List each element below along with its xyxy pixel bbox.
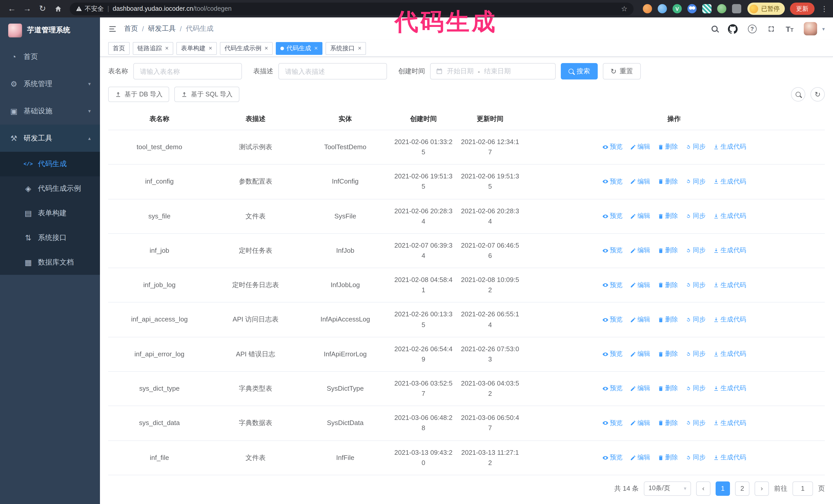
sidebar-item-codegen-example[interactable]: ◈ 代码生成示例 [0,176,100,201]
avatar-caret-icon[interactable]: ▾ [822,26,825,31]
page-button-2[interactable]: 2 [735,481,749,496]
close-icon[interactable]: × [314,45,318,52]
edit-link[interactable]: 编辑 [630,384,650,394]
search-button[interactable]: 搜索 [561,63,598,79]
breadcrumb-home[interactable]: 首页 [124,24,138,33]
delete-link[interactable]: 删除 [658,453,678,463]
extension-icon-orange[interactable] [643,4,652,13]
tab-trace[interactable]: 链路追踪 × [133,42,173,55]
date-range-picker[interactable]: 开始日期 - 结束日期 [430,63,556,79]
sidebar-item-codegen[interactable]: </> 代码生成 [0,152,100,176]
delete-link[interactable]: 删除 [658,384,678,394]
extension-icon-plant[interactable] [717,4,727,13]
extension-icon-striped[interactable] [702,4,712,13]
close-icon[interactable]: × [165,45,169,52]
delete-link[interactable]: 删除 [658,246,678,256]
preview-link[interactable]: 预览 [602,142,623,152]
sync-link[interactable]: 同步 [685,211,706,221]
sync-link[interactable]: 同步 [685,280,706,290]
delete-link[interactable]: 删除 [658,349,678,359]
sync-link[interactable]: 同步 [685,418,706,428]
preview-link[interactable]: 预览 [602,315,623,325]
generate-code-link[interactable]: 生成代码 [713,280,746,290]
page-size-select[interactable]: 10条/页 ▾ [644,481,691,496]
edit-link[interactable]: 编辑 [630,211,650,221]
generate-code-link[interactable]: 生成代码 [713,246,746,256]
sync-link[interactable]: 同步 [685,384,706,394]
sidebar-item-infrastructure[interactable]: ▣ 基础设施 ▾ [0,97,100,125]
extension-icon-droplet[interactable] [658,4,667,13]
table-name-input[interactable] [133,63,242,79]
close-icon[interactable]: × [209,45,212,52]
next-page-button[interactable]: › [755,481,769,496]
breadcrumb-dev-tools[interactable]: 研发工具 [148,24,176,33]
delete-link[interactable]: 删除 [658,142,678,152]
prev-page-button[interactable]: ‹ [696,481,711,496]
help-icon[interactable]: ? [748,24,756,33]
edit-link[interactable]: 编辑 [630,349,650,359]
generate-code-link[interactable]: 生成代码 [713,142,746,152]
edit-link[interactable]: 编辑 [630,418,650,428]
home-icon[interactable] [51,5,65,13]
sidebar-item-db-doc[interactable]: ▦ 数据库文档 [0,250,100,275]
delete-link[interactable]: 删除 [658,418,678,428]
preview-link[interactable]: 预览 [602,246,623,256]
security-warning[interactable]: 不安全 [76,4,104,13]
generate-code-link[interactable]: 生成代码 [713,418,746,428]
generate-code-link[interactable]: 生成代码 [713,453,746,463]
close-icon[interactable]: × [358,45,361,52]
tab-codegen-example[interactable]: 代码生成示例 × [220,42,273,55]
reset-button[interactable]: ↻ 重置 [603,63,641,79]
sync-link[interactable]: 同步 [685,246,706,256]
sync-link[interactable]: 同步 [685,349,706,359]
tab-form-builder[interactable]: 表单构建 × [176,42,217,55]
preview-link[interactable]: 预览 [602,211,623,221]
preview-link[interactable]: 预览 [602,349,623,359]
edit-link[interactable]: 编辑 [630,246,650,256]
extensions-puzzle-icon[interactable] [732,4,741,13]
sync-link[interactable]: 同步 [685,453,706,463]
address-bar[interactable]: 不安全 | dashboard.yudao.iocoder.cn/tool/co… [70,2,634,15]
sync-link[interactable]: 同步 [685,315,706,325]
sidebar-item-form-builder[interactable]: ▤ 表单构建 [0,201,100,225]
delete-link[interactable]: 删除 [658,315,678,325]
generate-code-link[interactable]: 生成代码 [713,315,746,325]
preview-link[interactable]: 预览 [602,384,623,394]
search-icon[interactable] [711,26,717,32]
user-avatar[interactable] [804,22,817,35]
preview-link[interactable]: 预览 [602,453,623,463]
sidebar-item-system-api[interactable]: ⇅ 系统接口 [0,225,100,250]
github-icon[interactable] [728,24,737,33]
sidebar-item-dev-tools[interactable]: ⚒ 研发工具 ▴ [0,125,100,152]
delete-link[interactable]: 删除 [658,177,678,187]
forward-icon[interactable]: → [21,5,34,13]
bookmark-star-icon[interactable]: ☆ [621,5,627,13]
import-db-button[interactable]: 基于 DB 导入 [108,87,169,102]
delete-link[interactable]: 删除 [658,211,678,221]
generate-code-link[interactable]: 生成代码 [713,177,746,187]
goto-page-input[interactable] [792,481,813,496]
delete-link[interactable]: 删除 [658,280,678,290]
reload-icon[interactable]: ↻ [36,5,49,13]
vue-devtools-icon[interactable]: V [672,4,682,13]
generate-code-link[interactable]: 生成代码 [713,211,746,221]
import-sql-button[interactable]: 基于 SQL 导入 [174,87,239,102]
preview-link[interactable]: 预览 [602,280,623,290]
generate-code-link[interactable]: 生成代码 [713,349,746,359]
tab-codegen[interactable]: 代码生成 × [276,42,323,55]
edit-link[interactable]: 编辑 [630,453,650,463]
profile-paused-badge[interactable]: 已暂停 [747,3,785,15]
close-icon[interactable]: × [264,45,268,52]
edit-link[interactable]: 编辑 [630,315,650,325]
sync-link[interactable]: 同步 [685,177,706,187]
edit-link[interactable]: 编辑 [630,177,650,187]
back-icon[interactable]: ← [5,5,19,13]
browser-menu-icon[interactable]: ⋮ [821,5,828,13]
edit-link[interactable]: 编辑 [630,280,650,290]
browser-update-button[interactable]: 更新 [790,3,814,15]
sidebar-item-home[interactable]: ◔ 首页 [0,43,100,70]
font-size-icon[interactable]: TT [786,25,793,32]
app-logo[interactable]: 芋道管理系统 [0,18,100,43]
edit-link[interactable]: 编辑 [630,142,650,152]
sidebar-toggle-icon[interactable] [108,24,117,33]
